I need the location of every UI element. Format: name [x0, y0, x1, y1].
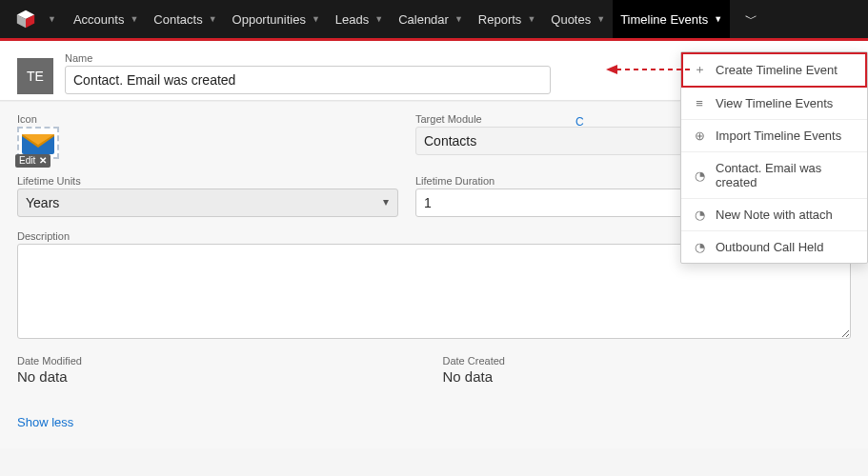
name-input[interactable]	[65, 66, 551, 94]
date-modified-value: No data	[17, 368, 426, 385]
nav-item-calendar[interactable]: Calendar▼	[391, 0, 471, 38]
menu-item-label: Create Timeline Event	[716, 63, 838, 77]
chevron-down-icon: ▼	[714, 14, 722, 24]
date-modified-label: Date Modified	[17, 355, 426, 367]
nav-item-contacts[interactable]: Contacts▼	[146, 0, 224, 38]
nav-item-label: Reports	[478, 12, 522, 27]
nav-item-label: Contacts	[153, 12, 202, 27]
date-created-label: Date Created	[443, 355, 852, 367]
nav-overflow[interactable]: ﹀	[734, 0, 769, 38]
chevron-down-icon: ▼	[454, 14, 463, 24]
menu-item-label: New Note with attach	[716, 208, 833, 222]
menu-item-import-timeline-events[interactable]: ⊕Import Timeline Events	[681, 120, 867, 152]
nav-item-accounts[interactable]: Accounts▼	[66, 0, 146, 38]
nav-item-label: Calendar	[398, 12, 449, 27]
clock-icon: ◔	[693, 169, 706, 183]
menu-item-outbound-call-held[interactable]: ◔Outbound Call Held	[681, 231, 867, 263]
icon-edit-badge[interactable]: Edit✕	[15, 154, 50, 168]
logo-caret-icon[interactable]: ▼	[48, 14, 56, 24]
show-less-link[interactable]: Show less	[17, 415, 73, 429]
date-created-value: No data	[443, 368, 852, 385]
clock-icon: ◔	[693, 240, 706, 254]
nav-item-quotes[interactable]: Quotes▼	[543, 0, 613, 38]
nav-item-label: Accounts	[73, 12, 124, 27]
menu-item-label: Outbound Call Held	[716, 240, 823, 254]
nav-item-label: Quotes	[551, 12, 591, 27]
menu-item-label: View Timeline Events	[716, 96, 833, 110]
lifetime-units-select[interactable]: Years	[17, 188, 398, 217]
menu-item-contact-email-was-created[interactable]: ◔Contact. Email was created	[681, 152, 867, 199]
chevron-down-icon: ▼	[596, 14, 605, 24]
menu-item-create-timeline-event[interactable]: ＋Create Timeline Event	[681, 52, 867, 88]
nav-item-opportunities[interactable]: Opportunities▼	[225, 0, 328, 38]
nav-item-label: Timeline Events	[620, 12, 708, 27]
nav-item-label: Opportunities	[232, 12, 306, 27]
chevron-down-icon: ▼	[374, 14, 383, 24]
plus-icon: ＋	[693, 61, 706, 78]
menu-item-view-timeline-events[interactable]: ≡View Timeline Events	[681, 88, 867, 120]
list-icon: ≡	[693, 96, 706, 110]
menu-item-new-note-with-attach[interactable]: ◔New Note with attach	[681, 199, 867, 231]
chevron-down-icon: ▼	[312, 14, 320, 24]
timeline-events-menu: ＋Create Timeline Event≡View Timeline Eve…	[680, 51, 868, 264]
icon-picker[interactable]: Edit✕	[17, 127, 59, 162]
top-nav: ▼ Accounts▼Contacts▼Opportunities▼Leads▼…	[0, 0, 868, 41]
chevron-down-icon: ▼	[130, 14, 138, 24]
menu-item-label: Import Timeline Events	[716, 129, 841, 143]
nav-item-reports[interactable]: Reports▼	[471, 0, 543, 38]
nav-item-leads[interactable]: Leads▼	[328, 0, 391, 38]
menu-item-label: Contact. Email was created	[716, 161, 856, 189]
clock-icon: ◔	[693, 208, 706, 222]
mail-icon	[21, 130, 55, 155]
module-avatar: TE	[17, 58, 53, 94]
chevron-down-icon: ﹀	[745, 10, 757, 28]
chevron-down-icon: ▼	[209, 14, 217, 24]
upload-icon: ⊕	[693, 129, 706, 143]
nav-item-timeline-events[interactable]: Timeline Events▼	[613, 0, 730, 38]
chevron-down-icon: ▼	[527, 14, 535, 24]
lifetime-units-label: Lifetime Units	[17, 175, 398, 187]
app-logo[interactable]	[10, 3, 42, 35]
close-icon[interactable]: ✕	[39, 155, 47, 166]
nav-item-label: Leads	[335, 12, 369, 27]
icon-edit-label: Edit	[19, 155, 35, 166]
icon-label: Icon	[17, 113, 398, 125]
truncated-action-char: C	[575, 115, 584, 129]
